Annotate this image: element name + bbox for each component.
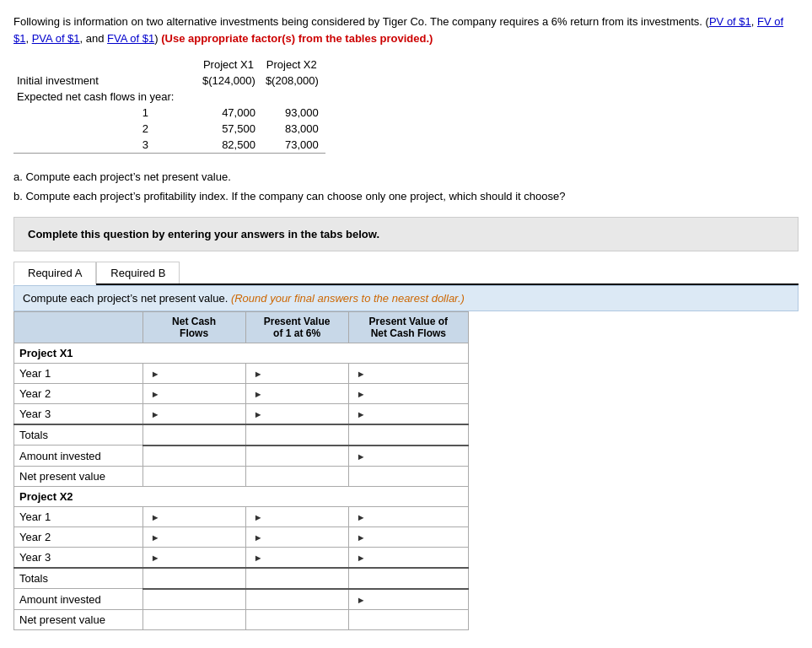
pvncf-arrow: ► <box>357 409 366 419</box>
data-row: Year 1 ► ► ► <box>14 363 469 383</box>
totals-row: Totals <box>14 568 469 589</box>
ncf-cell[interactable]: ► <box>143 506 245 526</box>
row-label: Year 2 <box>14 383 143 403</box>
totals-row: Totals <box>14 424 469 446</box>
row-label: Amount invested <box>14 446 143 467</box>
ncf-arrow: ► <box>151 532 160 543</box>
pv1-input[interactable] <box>263 367 343 380</box>
ncf-input[interactable] <box>148 572 240 585</box>
ncf-input[interactable] <box>160 531 240 543</box>
pvncf-input[interactable] <box>366 450 463 462</box>
pvncf-cell[interactable]: ► <box>348 403 468 424</box>
col-header-ncf: Net CashFlows <box>143 311 245 343</box>
ncf-arrow: ► <box>151 369 160 379</box>
intro-paragraph: Following is information on two alternat… <box>13 14 799 46</box>
row-label: Year 2 <box>14 526 143 547</box>
bold-instruction: (Use appropriate factor(s) from the tabl… <box>161 32 433 45</box>
pv1-cell[interactable]: ► <box>245 383 348 403</box>
pv1-arrow: ► <box>254 512 263 522</box>
ncf-input[interactable] <box>160 551 240 564</box>
ncf-cell <box>143 466 245 486</box>
x2-year3: 73,000 <box>262 137 325 154</box>
pvncf-cell[interactable]: ► <box>348 526 468 547</box>
pv1-cell <box>245 609 348 629</box>
pvncf-cell[interactable]: ► <box>348 383 468 403</box>
cashflow-label: Expected net cash flows in year: <box>13 89 199 105</box>
pv1-input[interactable] <box>263 408 343 420</box>
data-row: Year 2 ► ► ► <box>14 526 469 547</box>
x1-year2: 57,500 <box>199 121 262 137</box>
pvncf-input[interactable] <box>366 408 463 420</box>
tabs-container: Required A Required B <box>13 262 799 285</box>
answer-table: Net CashFlows Present Valueof 1 at 6% Pr… <box>13 311 469 630</box>
pv1-cell[interactable]: ► <box>245 403 348 424</box>
pv1-cell[interactable]: ► <box>245 547 348 568</box>
pva-link[interactable]: PVA of $1 <box>32 32 80 45</box>
ncf-cell[interactable]: ► <box>143 526 245 547</box>
pv1-input[interactable] <box>263 551 343 564</box>
initial-label: Initial investment <box>13 73 199 89</box>
intro-text4: , and <box>80 32 108 45</box>
ncf-cell[interactable]: ► <box>143 547 245 568</box>
ncf-input[interactable] <box>160 510 240 523</box>
pvncf-input[interactable] <box>366 531 463 543</box>
tab-required-b[interactable]: Required B <box>96 262 180 284</box>
ncf-arrow: ► <box>151 553 160 563</box>
instruction-bar: Compute each project’s net present value… <box>13 285 799 311</box>
pvncf-input[interactable] <box>366 387 463 400</box>
pv1-cell[interactable]: ► <box>245 363 348 383</box>
row-label: Year 1 <box>14 363 143 383</box>
pvncf-cell[interactable]: ► <box>348 506 468 526</box>
data-row: Amount invested ► <box>14 446 469 467</box>
col1-header: Project X1 <box>199 57 262 73</box>
fva-link[interactable]: FVA of $1 <box>107 32 154 45</box>
pvncf-cell[interactable]: ► <box>348 446 468 467</box>
ncf-input[interactable] <box>160 367 240 380</box>
ncf-cell[interactable]: ► <box>143 363 245 383</box>
ncf-cell <box>143 589 245 610</box>
pvncf-cell[interactable]: ► <box>348 363 468 383</box>
pvncf-input[interactable] <box>366 367 463 380</box>
pvncf-cell[interactable] <box>348 568 468 589</box>
section-header-row: Project X2 <box>14 486 469 506</box>
pvncf-input[interactable] <box>366 593 463 606</box>
pvncf-input[interactable] <box>366 510 463 523</box>
pv1-input[interactable] <box>263 510 343 523</box>
pv1-input[interactable] <box>263 531 343 543</box>
ncf-cell[interactable]: ► <box>143 383 245 403</box>
pvncf-cell[interactable]: ► <box>348 547 468 568</box>
ncf-input[interactable] <box>160 387 240 400</box>
pv1-arrow: ► <box>254 553 263 563</box>
x2-initial: $(208,000) <box>262 73 325 89</box>
pvncf-input[interactable] <box>354 572 463 585</box>
col2-header: Project X2 <box>262 57 325 73</box>
tab-required-a[interactable]: Required A <box>13 262 96 285</box>
ncf-input[interactable] <box>160 408 240 420</box>
ncf-cell[interactable] <box>143 568 245 589</box>
pvncf-cell[interactable] <box>348 609 468 629</box>
pvncf-cell[interactable] <box>348 466 468 486</box>
pv1-cell[interactable]: ► <box>245 526 348 547</box>
pvncf-cell[interactable]: ► <box>348 589 468 610</box>
row-label: Year 3 <box>14 403 143 424</box>
pvncf-input[interactable] <box>366 551 463 564</box>
ncf-input[interactable] <box>148 429 240 441</box>
year1-label: 1 <box>13 105 199 121</box>
ncf-cell[interactable]: ► <box>143 403 245 424</box>
pvncf-input[interactable] <box>354 429 463 441</box>
complete-box: Complete this question by entering your … <box>13 217 799 251</box>
pvncf-cell[interactable] <box>348 424 468 446</box>
col-header-pvncf: Present Value ofNet Cash Flows <box>348 311 468 343</box>
section-label: Project X2 <box>14 486 469 506</box>
pvncf-arrow: ► <box>357 369 366 379</box>
ncf-cell[interactable] <box>143 424 245 446</box>
col-header-label <box>14 311 143 343</box>
year3-label: 3 <box>13 137 199 154</box>
year2-label: 2 <box>13 121 199 137</box>
intro-text3: , <box>25 32 31 45</box>
x1-initial: $(124,000) <box>199 73 262 89</box>
pv1-input[interactable] <box>263 387 343 400</box>
row-label: Amount invested <box>14 589 143 610</box>
pv-link[interactable]: PV of $1 <box>709 15 751 28</box>
pv1-cell[interactable]: ► <box>245 506 348 526</box>
